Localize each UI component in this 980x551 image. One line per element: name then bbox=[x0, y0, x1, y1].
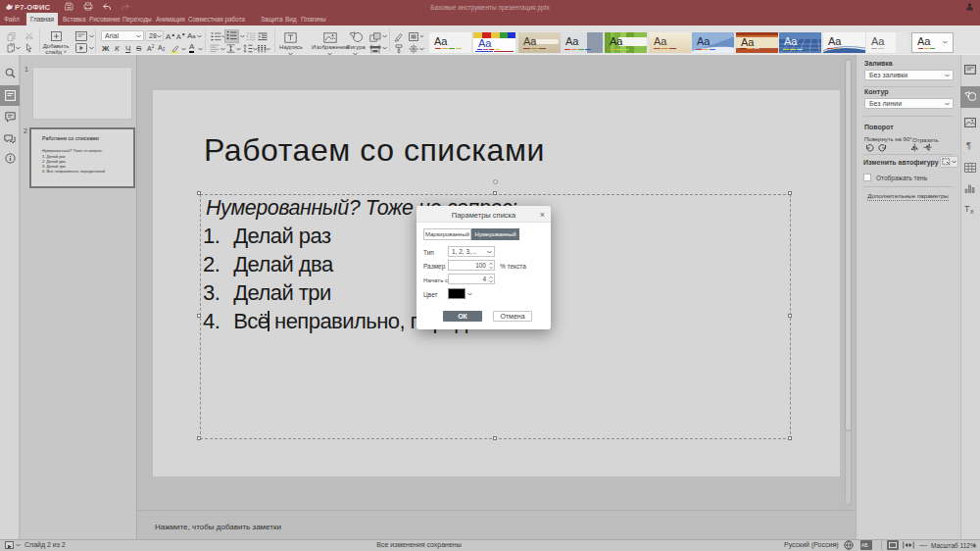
svg-text:х: х bbox=[970, 208, 974, 215]
